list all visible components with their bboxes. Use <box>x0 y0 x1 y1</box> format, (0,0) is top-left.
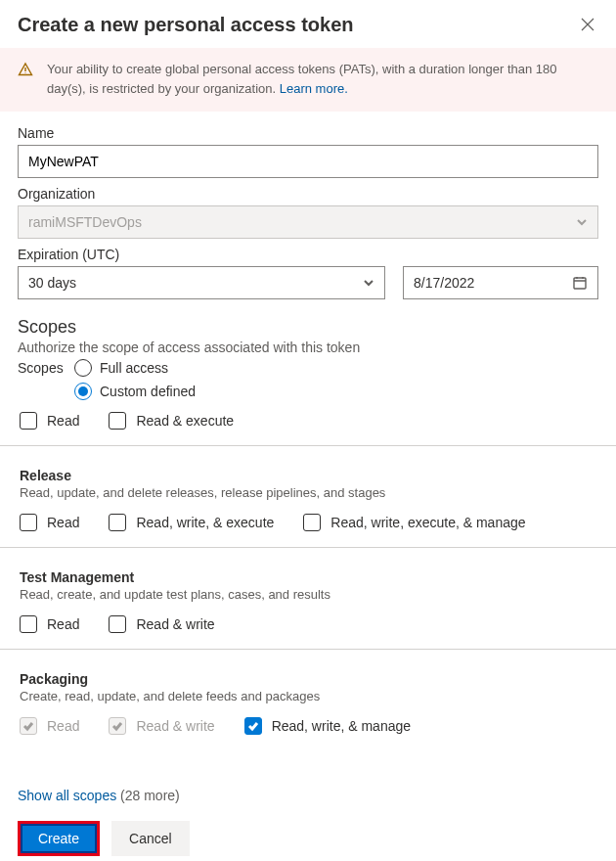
scope-checkbox-label: Read <box>47 616 79 632</box>
checkmark-icon <box>111 720 123 732</box>
show-all-scopes-link[interactable]: Show all scopes <box>18 788 116 803</box>
expiration-date-value: 8/17/2022 <box>414 275 474 291</box>
custom-defined-radio[interactable] <box>74 383 92 400</box>
scope-group-title: Release <box>20 468 596 483</box>
scope-group: ReleaseRead, update, and delete releases… <box>0 468 616 548</box>
organization-label: Organization <box>18 186 598 202</box>
expiration-date-input[interactable]: 8/17/2022 <box>403 266 598 299</box>
organization-value: ramiMSFTDevOps <box>28 214 142 230</box>
scope-checkbox[interactable] <box>244 717 262 735</box>
scope-group: PackagingCreate, read, update, and delet… <box>0 671 616 750</box>
scope-checkbox-row[interactable]: Read <box>20 412 79 430</box>
scope-checkbox[interactable] <box>109 412 126 430</box>
scope-checkbox[interactable] <box>20 514 37 531</box>
scope-checkbox-label: Read, write, & execute <box>136 515 274 530</box>
scope-checkbox-label: Read & write <box>136 718 214 734</box>
expiration-value: 30 days <box>28 275 76 291</box>
scopes-heading: Scopes <box>18 317 598 338</box>
show-all-scopes-count: (28 more) <box>116 788 180 803</box>
scopes-scroll-area[interactable]: Read Read & execute ReleaseRead, update,… <box>0 412 616 772</box>
scope-checkbox-label: Read, write, execute, & manage <box>330 515 525 530</box>
close-icon <box>579 16 596 33</box>
checkmark-icon <box>22 720 34 732</box>
scope-checkbox-row[interactable]: Read <box>20 615 79 633</box>
scope-checkbox-row[interactable]: Read & write <box>109 615 214 633</box>
warning-icon <box>18 62 33 77</box>
warning-learn-more-link[interactable]: Learn more. <box>280 81 348 96</box>
full-access-radio[interactable] <box>74 359 92 377</box>
scope-group-description: Create, read, update, and delete feeds a… <box>20 689 596 703</box>
chevron-down-icon <box>576 216 588 228</box>
scope-checkbox-label: Read, write, & manage <box>272 718 411 734</box>
full-access-label: Full access <box>100 360 168 376</box>
scope-checkbox[interactable] <box>303 514 321 531</box>
scope-checkbox-label: Read <box>47 718 79 734</box>
scope-checkbox-label: Read & write <box>136 616 214 632</box>
scope-group-description: Read, create, and update test plans, cas… <box>20 587 596 602</box>
scope-checkbox[interactable] <box>109 615 126 633</box>
scope-checkbox[interactable] <box>20 615 37 633</box>
svg-rect-0 <box>574 278 586 289</box>
scopes-subheading: Authorize the scope of access associated… <box>18 340 598 355</box>
close-button[interactable] <box>577 14 598 38</box>
scope-checkbox-row: Read & write <box>109 717 214 735</box>
expiration-dropdown[interactable]: 30 days <box>18 266 385 299</box>
scope-checkbox-label: Read <box>47 515 79 530</box>
scope-group: Test ManagementRead, create, and update … <box>0 569 616 650</box>
calendar-icon <box>572 275 588 291</box>
cancel-button[interactable]: Cancel <box>111 821 190 856</box>
scope-checkbox-row[interactable]: Read & execute <box>109 412 234 430</box>
name-input[interactable] <box>18 145 598 178</box>
organization-dropdown[interactable]: ramiMSFTDevOps <box>18 205 598 239</box>
scope-group-title: Packaging <box>20 671 596 687</box>
scope-checkbox-row[interactable]: Read, write, & manage <box>244 717 411 735</box>
create-button[interactable]: Create <box>18 821 100 856</box>
warning-banner: Your ability to create global personal a… <box>0 48 616 112</box>
scope-group-description: Read, update, and delete releases, relea… <box>20 485 596 500</box>
scope-checkbox-row[interactable]: Read <box>20 514 79 531</box>
scope-checkbox-row[interactable]: Read, write, & execute <box>109 514 274 531</box>
scope-checkbox-label: Read <box>47 413 79 429</box>
dialog-title: Create a new personal access token <box>18 14 354 36</box>
scope-checkbox[interactable] <box>20 412 37 430</box>
scope-checkbox-row[interactable]: Read, write, execute, & manage <box>303 514 525 531</box>
scope-checkbox[interactable] <box>109 514 126 531</box>
scopes-label: Scopes <box>18 360 66 376</box>
custom-defined-label: Custom defined <box>100 384 196 399</box>
checkmark-icon <box>247 720 259 732</box>
scope-checkbox <box>20 717 37 735</box>
expiration-label: Expiration (UTC) <box>18 247 598 262</box>
chevron-down-icon <box>363 277 374 289</box>
scope-group-title: Test Management <box>20 569 596 585</box>
scope-checkbox-row: Read <box>20 717 79 735</box>
name-label: Name <box>18 125 598 141</box>
scope-checkbox-label: Read & execute <box>136 413 234 429</box>
scope-checkbox <box>109 717 126 735</box>
